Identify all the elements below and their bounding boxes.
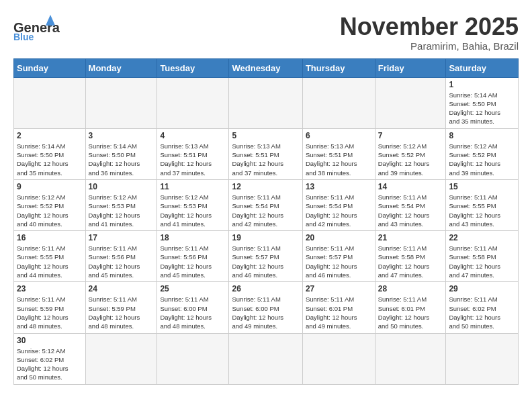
header-sunday: Sunday	[14, 58, 86, 77]
calendar-cell: 29Sunrise: 5:11 AM Sunset: 6:02 PM Dayli…	[446, 282, 519, 333]
calendar-cell: 8Sunrise: 5:12 AM Sunset: 5:52 PM Daylig…	[446, 128, 519, 179]
day-number: 11	[160, 182, 226, 191]
month-title: November 2025	[340, 13, 519, 40]
day-info: Sunrise: 5:14 AM Sunset: 5:50 PM Dayligh…	[17, 142, 83, 177]
day-number: 9	[17, 182, 83, 191]
calendar-cell	[85, 77, 157, 128]
calendar-cell	[302, 333, 375, 384]
day-number: 20	[306, 233, 372, 242]
day-info: Sunrise: 5:11 AM Sunset: 5:57 PM Dayligh…	[306, 244, 372, 279]
calendar-cell: 24Sunrise: 5:11 AM Sunset: 5:59 PM Dayli…	[85, 282, 157, 333]
day-number: 10	[89, 182, 154, 191]
day-info: Sunrise: 5:12 AM Sunset: 5:52 PM Dayligh…	[17, 193, 83, 228]
calendar-cell: 17Sunrise: 5:11 AM Sunset: 5:56 PM Dayli…	[85, 231, 157, 282]
header-tuesday: Tuesday	[157, 58, 229, 77]
day-number: 21	[378, 233, 443, 242]
calendar-cell: 10Sunrise: 5:12 AM Sunset: 5:53 PM Dayli…	[85, 179, 157, 230]
header-wednesday: Wednesday	[229, 58, 302, 77]
day-info: Sunrise: 5:12 AM Sunset: 5:52 PM Dayligh…	[449, 142, 515, 177]
day-number: 19	[232, 233, 299, 242]
day-info: Sunrise: 5:11 AM Sunset: 5:54 PM Dayligh…	[378, 193, 443, 228]
calendar-week-row: 16Sunrise: 5:11 AM Sunset: 5:55 PM Dayli…	[14, 231, 519, 282]
calendar-cell	[446, 333, 519, 384]
day-info: Sunrise: 5:11 AM Sunset: 5:55 PM Dayligh…	[449, 193, 515, 228]
calendar-cell: 4Sunrise: 5:13 AM Sunset: 5:51 PM Daylig…	[157, 128, 229, 179]
calendar-cell: 22Sunrise: 5:11 AM Sunset: 5:58 PM Dayli…	[446, 231, 519, 282]
day-info: Sunrise: 5:11 AM Sunset: 5:56 PM Dayligh…	[89, 244, 154, 279]
day-info: Sunrise: 5:11 AM Sunset: 5:58 PM Dayligh…	[378, 244, 443, 279]
day-number: 14	[378, 182, 443, 191]
calendar-cell: 25Sunrise: 5:11 AM Sunset: 6:00 PM Dayli…	[157, 282, 229, 333]
day-number: 27	[306, 284, 372, 293]
day-info: Sunrise: 5:13 AM Sunset: 5:51 PM Dayligh…	[232, 142, 299, 177]
day-info: Sunrise: 5:13 AM Sunset: 5:51 PM Dayligh…	[306, 142, 372, 177]
calendar-cell: 2Sunrise: 5:14 AM Sunset: 5:50 PM Daylig…	[14, 128, 86, 179]
day-info: Sunrise: 5:13 AM Sunset: 5:51 PM Dayligh…	[160, 142, 226, 177]
day-number: 12	[232, 182, 299, 191]
calendar-header-row: Sunday Monday Tuesday Wednesday Thursday…	[14, 58, 519, 77]
day-number: 30	[17, 336, 83, 345]
calendar-cell	[157, 333, 229, 384]
calendar-cell	[229, 333, 302, 384]
day-number: 15	[449, 182, 515, 191]
day-number: 26	[232, 284, 299, 293]
calendar-cell: 14Sunrise: 5:11 AM Sunset: 5:54 PM Dayli…	[375, 179, 446, 230]
calendar-cell: 13Sunrise: 5:11 AM Sunset: 5:54 PM Dayli…	[302, 179, 375, 230]
day-number: 24	[89, 284, 154, 293]
day-info: Sunrise: 5:11 AM Sunset: 5:59 PM Dayligh…	[17, 295, 83, 330]
calendar-cell: 18Sunrise: 5:11 AM Sunset: 5:56 PM Dayli…	[157, 231, 229, 282]
day-info: Sunrise: 5:11 AM Sunset: 5:54 PM Dayligh…	[232, 193, 299, 228]
calendar-cell	[302, 77, 375, 128]
calendar-week-row: 23Sunrise: 5:11 AM Sunset: 5:59 PM Dayli…	[14, 282, 519, 333]
calendar-table: Sunday Monday Tuesday Wednesday Thursday…	[13, 58, 519, 385]
day-number: 3	[89, 131, 154, 140]
calendar-cell: 5Sunrise: 5:13 AM Sunset: 5:51 PM Daylig…	[229, 128, 302, 179]
logo: General Blue	[13, 13, 60, 40]
day-info: Sunrise: 5:11 AM Sunset: 5:54 PM Dayligh…	[306, 193, 372, 228]
page-header: General Blue November 2025 Paramirim, Ba…	[13, 13, 519, 52]
calendar-cell	[229, 77, 302, 128]
calendar-cell: 28Sunrise: 5:11 AM Sunset: 6:01 PM Dayli…	[375, 282, 446, 333]
title-block: November 2025 Paramirim, Bahia, Brazil	[340, 13, 519, 52]
day-info: Sunrise: 5:14 AM Sunset: 5:50 PM Dayligh…	[89, 142, 154, 177]
calendar-cell: 23Sunrise: 5:11 AM Sunset: 5:59 PM Dayli…	[14, 282, 86, 333]
calendar-cell: 30Sunrise: 5:12 AM Sunset: 6:02 PM Dayli…	[14, 333, 86, 384]
day-number: 18	[160, 233, 226, 242]
calendar-cell	[375, 333, 446, 384]
calendar-cell	[157, 77, 229, 128]
day-info: Sunrise: 5:11 AM Sunset: 6:01 PM Dayligh…	[306, 295, 372, 330]
day-number: 23	[17, 284, 83, 293]
day-number: 1	[449, 80, 515, 89]
day-info: Sunrise: 5:11 AM Sunset: 5:55 PM Dayligh…	[17, 244, 83, 279]
header-saturday: Saturday	[446, 58, 519, 77]
day-number: 8	[449, 131, 515, 140]
calendar-week-row: 1Sunrise: 5:14 AM Sunset: 5:50 PM Daylig…	[14, 77, 519, 128]
calendar-cell: 16Sunrise: 5:11 AM Sunset: 5:55 PM Dayli…	[14, 231, 86, 282]
calendar-cell	[375, 77, 446, 128]
location: Paramirim, Bahia, Brazil	[340, 40, 519, 52]
logo-icon: General Blue	[13, 13, 60, 40]
calendar-week-row: 2Sunrise: 5:14 AM Sunset: 5:50 PM Daylig…	[14, 128, 519, 179]
day-number: 7	[378, 131, 443, 140]
calendar-week-row: 30Sunrise: 5:12 AM Sunset: 6:02 PM Dayli…	[14, 333, 519, 384]
day-info: Sunrise: 5:11 AM Sunset: 6:01 PM Dayligh…	[378, 295, 443, 330]
header-monday: Monday	[85, 58, 157, 77]
svg-text:Blue: Blue	[13, 32, 34, 40]
day-info: Sunrise: 5:12 AM Sunset: 6:02 PM Dayligh…	[17, 347, 83, 382]
day-info: Sunrise: 5:11 AM Sunset: 5:59 PM Dayligh…	[89, 295, 154, 330]
day-number: 16	[17, 233, 83, 242]
day-info: Sunrise: 5:11 AM Sunset: 6:02 PM Dayligh…	[449, 295, 515, 330]
calendar-cell: 26Sunrise: 5:11 AM Sunset: 6:00 PM Dayli…	[229, 282, 302, 333]
day-info: Sunrise: 5:12 AM Sunset: 5:53 PM Dayligh…	[160, 193, 226, 228]
calendar-cell	[14, 77, 86, 128]
calendar-week-row: 9Sunrise: 5:12 AM Sunset: 5:52 PM Daylig…	[14, 179, 519, 230]
calendar-cell: 3Sunrise: 5:14 AM Sunset: 5:50 PM Daylig…	[85, 128, 157, 179]
day-info: Sunrise: 5:14 AM Sunset: 5:50 PM Dayligh…	[449, 91, 515, 126]
calendar-cell: 9Sunrise: 5:12 AM Sunset: 5:52 PM Daylig…	[14, 179, 86, 230]
day-info: Sunrise: 5:12 AM Sunset: 5:52 PM Dayligh…	[378, 142, 443, 177]
day-number: 25	[160, 284, 226, 293]
calendar-cell: 27Sunrise: 5:11 AM Sunset: 6:01 PM Dayli…	[302, 282, 375, 333]
day-info: Sunrise: 5:12 AM Sunset: 5:53 PM Dayligh…	[89, 193, 154, 228]
header-friday: Friday	[375, 58, 446, 77]
day-number: 22	[449, 233, 515, 242]
